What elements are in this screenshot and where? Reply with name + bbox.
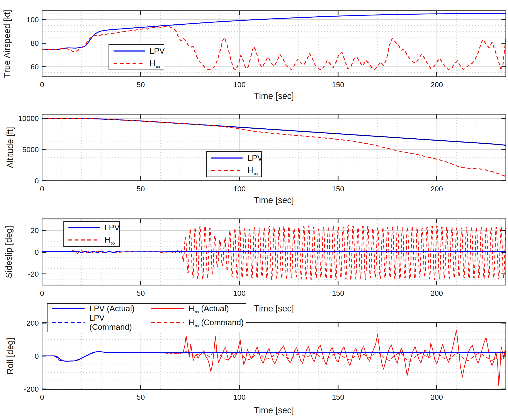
legend-entry: H∞ bbox=[109, 57, 165, 69]
panel2-x-tick-label: 200 bbox=[431, 289, 443, 298]
legend-entry: LPV bbox=[64, 222, 120, 234]
legend-entry: LPV bbox=[207, 152, 263, 164]
panel0-y-tick-label: 100 bbox=[26, 15, 39, 24]
panel3-x-tick-label: 150 bbox=[332, 393, 344, 401]
sideslip-y-axis-label: Sideslip [deg] bbox=[4, 226, 14, 278]
series-lpv-actual- bbox=[42, 352, 506, 361]
panel1-x-tick-label: 0 bbox=[40, 185, 44, 193]
panel3-x-tick-label: 50 bbox=[137, 393, 145, 401]
legend-label: H∞ bbox=[105, 235, 115, 245]
panel1-legend: LPVH∞ bbox=[206, 151, 262, 177]
infinity-subscript: ∞ bbox=[156, 63, 160, 70]
legend-entry: H∞ bbox=[64, 234, 120, 246]
infinity-subscript: ∞ bbox=[111, 240, 115, 247]
legend-dashed-line-sample bbox=[211, 169, 243, 172]
plots-canvas bbox=[0, 0, 508, 420]
panel3-y-tick-label: 200 bbox=[26, 319, 39, 327]
legend-entry: H∞ (Command) bbox=[147, 313, 246, 332]
legend-entry: LPV bbox=[109, 45, 165, 57]
panel1-y-tick-label: 10000 bbox=[18, 114, 39, 123]
legend-solid-line-sample bbox=[113, 50, 145, 52]
panel1-y-tick-label: 5000 bbox=[22, 145, 39, 154]
legend-solid-line-sample bbox=[52, 308, 85, 310]
infinity-subscript: ∞ bbox=[254, 170, 258, 177]
panel3-y-tick-label: -200 bbox=[24, 385, 39, 393]
panel3-x-tick-label: 200 bbox=[431, 393, 443, 401]
legend-solid-line-sample bbox=[211, 157, 243, 159]
panel-1 bbox=[42, 114, 506, 181]
sideslip-x-axis-label: Time [sec] bbox=[254, 304, 294, 313]
panel0-y-tick-label: 80 bbox=[30, 39, 39, 47]
panel1-x-tick-label: 150 bbox=[332, 185, 344, 193]
roll-x-axis-label: Time [sec] bbox=[254, 405, 294, 415]
legend-solid-line-sample bbox=[151, 308, 184, 310]
panel2-x-tick-label: 50 bbox=[137, 289, 145, 298]
legend-label: LPV (Command) bbox=[89, 313, 147, 332]
legend-dashed-line-sample bbox=[68, 239, 100, 241]
panel1-x-tick-label: 50 bbox=[137, 185, 145, 193]
legend-dashed-line-sample bbox=[113, 62, 145, 65]
series-reference-unlabeled-overlaps-lpv- bbox=[42, 118, 506, 145]
panel3-legend: LPV (Actual)LPV (Command)H∞ (Actual)H∞ (… bbox=[47, 303, 246, 332]
legend-entry: H∞ bbox=[207, 164, 263, 177]
legend-label: LPV bbox=[105, 223, 120, 232]
panel2-x-tick-label: 150 bbox=[332, 289, 344, 298]
airspeed-x-axis-label: Time [sec] bbox=[254, 91, 294, 101]
legend-label: H∞ bbox=[247, 166, 258, 175]
panel0-x-tick-label: 100 bbox=[233, 80, 246, 89]
altitude-x-axis-label: Time [sec] bbox=[254, 195, 294, 205]
panel-3 bbox=[42, 322, 506, 390]
roll-y-axis-label: Roll [deg] bbox=[5, 338, 15, 375]
plot-border bbox=[42, 114, 506, 181]
panel3-x-tick-label: 0 bbox=[40, 393, 44, 401]
infinity-subscript: ∞ bbox=[195, 309, 199, 315]
legend-label: LPV (Actual) bbox=[89, 304, 135, 313]
panel2-y-tick-label: 20 bbox=[30, 226, 39, 235]
legend-label: H∞ (Command) bbox=[188, 318, 244, 327]
legend-entry: LPV (Command) bbox=[47, 313, 147, 332]
panel0-legend: LPVH∞ bbox=[109, 44, 164, 70]
legend-solid-line-sample bbox=[68, 227, 100, 229]
panel1-x-tick-label: 200 bbox=[431, 185, 443, 193]
series-lpv-command- bbox=[42, 352, 506, 361]
panel0-x-tick-label: 150 bbox=[332, 80, 344, 89]
series-h- bbox=[42, 118, 506, 177]
legend-entry: H∞ (Actual) bbox=[147, 304, 246, 313]
panel0-x-tick-label: 0 bbox=[40, 80, 44, 89]
legend-entry: LPV (Actual) bbox=[47, 304, 147, 313]
panel1-y-tick-label: 0 bbox=[35, 177, 39, 185]
legend-label: H∞ (Actual) bbox=[188, 304, 229, 313]
legend-label: LPV bbox=[247, 153, 263, 163]
panel2-y-tick-label: -20 bbox=[28, 270, 39, 278]
legend-dashed-line-sample bbox=[151, 322, 184, 324]
series-h-actual- bbox=[42, 330, 506, 385]
panel2-x-tick-label: 0 bbox=[40, 289, 44, 298]
panel2-x-tick-label: 100 bbox=[233, 289, 246, 298]
panel0-x-tick-label: 50 bbox=[137, 80, 145, 89]
panel3-x-tick-label: 100 bbox=[233, 393, 246, 401]
altitude-y-axis-label: Altitude [ft] bbox=[5, 127, 15, 168]
panel1-x-tick-label: 100 bbox=[233, 185, 246, 193]
panel2-y-tick-label: 0 bbox=[35, 248, 39, 256]
series-lpv bbox=[42, 251, 506, 253]
series-lpv bbox=[42, 118, 506, 145]
infinity-subscript: ∞ bbox=[195, 322, 199, 329]
panel0-x-tick-label: 200 bbox=[431, 80, 443, 89]
legend-label: H∞ bbox=[149, 59, 160, 68]
airspeed-y-axis-label: True Airspeed [kt] bbox=[2, 10, 12, 78]
panel0-y-tick-label: 60 bbox=[30, 63, 39, 71]
legend-dashed-line-sample bbox=[52, 322, 85, 324]
legend-label: LPV bbox=[149, 46, 165, 56]
panel2-legend: LPVH∞ bbox=[63, 221, 120, 247]
panel3-y-tick-label: 0 bbox=[35, 352, 39, 360]
